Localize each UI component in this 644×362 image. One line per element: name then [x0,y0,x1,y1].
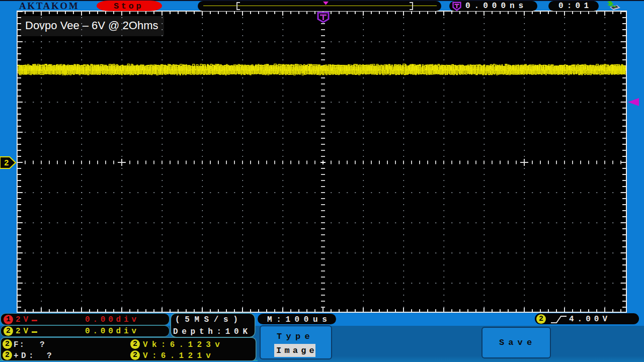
svg-text:2: 2 [4,159,9,168]
